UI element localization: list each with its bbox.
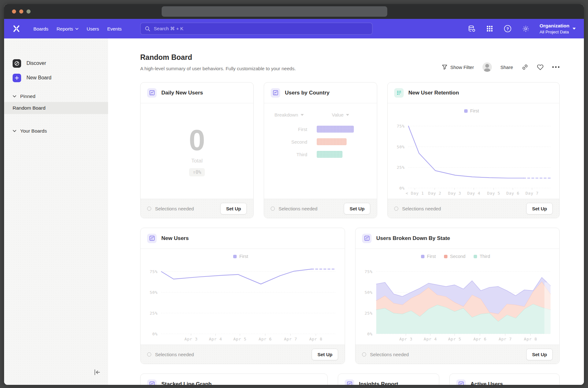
chevron-down-icon: [75, 28, 78, 30]
card-daily-new-users: Daily New Users 0 Total ↑0% Selections n…: [140, 82, 254, 218]
value-dropdown[interactable]: Value: [332, 112, 349, 117]
x-axis: Apr 3Apr 4Apr 5Apr 6Apr 7Apr 8: [376, 334, 551, 343]
plot-area: Apr 3Apr 4Apr 5Apr 6Apr 7Apr 8: [376, 263, 551, 334]
chevron-down-icon: [13, 130, 16, 132]
country-bar-row: Third: [264, 151, 377, 158]
organization-switcher[interactable]: Organization All Project Data: [539, 23, 576, 34]
new-board-button[interactable]: New Board: [4, 71, 108, 85]
card-title: Daily New Users: [161, 90, 203, 96]
page-title: Random Board: [140, 53, 296, 62]
organization-name: Organization: [539, 23, 569, 29]
traffic-lights: [12, 9, 31, 14]
y-axis: 75%50%25%0%: [146, 263, 161, 334]
chevron-down-icon: [346, 114, 349, 116]
minimize-window-icon[interactable]: [19, 9, 23, 14]
card-footer: Selections needed Set Up: [141, 199, 253, 218]
card-title: New User Retention: [408, 90, 459, 96]
more-options-icon[interactable]: [552, 66, 560, 68]
card-title: Users by Country: [285, 90, 330, 96]
top-navbar: Boards Reports Users Events Search ⌘ + K: [4, 19, 584, 38]
set-up-button[interactable]: Set Up: [344, 203, 370, 214]
board-main: Random Board A high-level summary of use…: [108, 38, 584, 385]
project-name: All Project Data: [539, 30, 569, 34]
board-title-block: Random Board A high-level summary of use…: [140, 53, 296, 71]
y-axis: 75%50%25%0%: [360, 263, 376, 334]
show-filter-button[interactable]: Show Filter: [442, 64, 474, 70]
card-title: Stacked Line Graph: [161, 381, 212, 385]
chart-legend: First: [146, 253, 336, 260]
card-title: New Users: [161, 235, 189, 242]
bar-label: Second: [264, 139, 307, 145]
card-new-users: New Users First 75%50%25%0% Apr 3Apr 4Ap…: [140, 228, 345, 364]
retention-chart: First 75%50%25%0% < Day 1Day 2Day 3Day 4…: [388, 103, 559, 199]
card-title: Users Broken Down By State: [376, 235, 450, 242]
nav-item-boards[interactable]: Boards: [29, 19, 53, 38]
status-circle-icon: [147, 352, 151, 357]
sidebar-item-random-board[interactable]: Random Board: [4, 102, 108, 114]
address-bar[interactable]: [162, 6, 387, 17]
compass-icon: [13, 59, 21, 68]
settings-gear-icon[interactable]: [522, 25, 530, 33]
card-footer: Selections needed Set Up: [388, 199, 559, 218]
browser-window: Boards Reports Users Events Search ⌘ + K: [4, 4, 584, 385]
x-axis: < Day 1Day 2Day 3Day 4Day 5Day 6Day 7: [408, 188, 551, 197]
country-bar-row: First: [264, 126, 377, 133]
navbar-right-group: ? Organization All Project Data: [468, 23, 576, 34]
chart-legend: First: [393, 108, 551, 114]
bar: [317, 151, 343, 158]
apps-grid-icon[interactable]: [486, 25, 494, 33]
breakdown-dropdown[interactable]: Breakdown: [274, 112, 327, 117]
avatar[interactable]: [482, 62, 492, 72]
card-new-user-retention: New User Retention First 75%50%25%0% < D…: [387, 82, 560, 218]
sidebar-section-pinned[interactable]: Pinned: [4, 91, 108, 102]
metric-delta-badge: ↑0%: [189, 168, 205, 176]
nav-item-reports[interactable]: Reports: [53, 19, 83, 38]
chevron-down-icon: [301, 114, 304, 116]
metric-value: 0: [189, 126, 205, 155]
share-button[interactable]: Share: [500, 65, 513, 70]
svg-text:?: ?: [506, 26, 509, 31]
page-subtitle: A high-level summary of user behaviors. …: [140, 66, 296, 71]
state-stacked-area-chart: FirstSecondThird 75%50%25%0% Apr 3Apr 4A…: [355, 249, 559, 345]
nav-item-users[interactable]: Users: [83, 19, 103, 38]
new-users-chart: First 75%50%25%0% Apr 3Apr 4Apr 5Apr 6Ap…: [141, 249, 345, 345]
insights-chart-icon: [345, 379, 354, 385]
search-icon: [145, 26, 150, 31]
sidebar-item-discover[interactable]: Discover: [4, 56, 108, 71]
chevron-down-icon: [13, 95, 16, 98]
status-circle-icon: [271, 207, 275, 211]
bar-label: Third: [264, 152, 307, 157]
copy-link-icon[interactable]: [522, 64, 528, 71]
metric-label: Total: [191, 158, 203, 164]
data-management-icon[interactable]: [468, 25, 476, 33]
card-title: Active Users: [470, 381, 503, 385]
bar: [317, 138, 347, 145]
zoom-window-icon[interactable]: [26, 9, 31, 14]
status-circle-icon: [362, 352, 366, 357]
card-footer: Selections needed Set Up: [355, 345, 559, 364]
x-axis: Apr 3Apr 4Apr 5Apr 6Apr 7Apr 8: [161, 334, 336, 343]
y-axis: 75%50%25%0%: [393, 118, 408, 188]
favorite-heart-icon[interactable]: [537, 64, 544, 70]
filter-icon: [442, 64, 447, 70]
set-up-button[interactable]: Set Up: [312, 349, 338, 360]
card-title: Insights Report: [359, 381, 398, 385]
search-input[interactable]: Search ⌘ + K: [140, 23, 372, 35]
plus-icon: [13, 74, 21, 82]
set-up-button[interactable]: Set Up: [526, 203, 553, 214]
chevron-down-icon: [573, 28, 576, 30]
insights-chart-icon: [147, 88, 157, 98]
bar: [317, 126, 354, 133]
set-up-button[interactable]: Set Up: [526, 349, 553, 360]
collapse-sidebar-icon[interactable]: [94, 369, 101, 377]
mixpanel-logo-icon[interactable]: [12, 25, 20, 33]
bar-label: First: [264, 127, 307, 132]
set-up-button[interactable]: Set Up: [220, 203, 247, 214]
insights-chart-icon: [147, 379, 157, 385]
card-users-broken-down-by-state: Users Broken Down By State FirstSecondTh…: [355, 228, 560, 364]
help-icon[interactable]: ?: [504, 25, 512, 33]
nav-item-events[interactable]: Events: [103, 19, 126, 38]
sidebar-section-your-boards[interactable]: Your Boards: [4, 125, 108, 137]
close-window-icon[interactable]: [12, 9, 16, 14]
search-placeholder: Search ⌘ + K: [154, 26, 183, 31]
